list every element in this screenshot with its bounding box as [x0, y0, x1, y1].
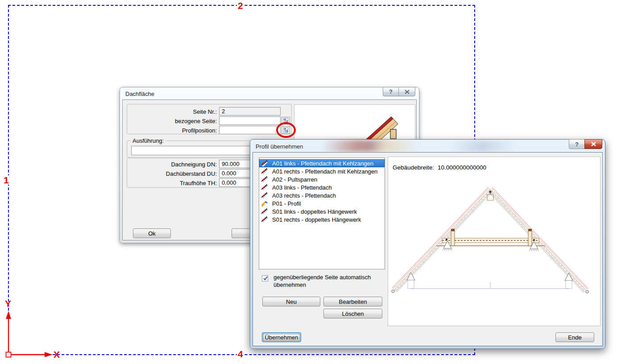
profile-list-item[interactable]: P01 - Profil [259, 199, 385, 207]
profile-list-item[interactable]: S01 rechts - doppeltes Hängewerk [259, 215, 385, 223]
help-button[interactable]: ? [569, 139, 584, 149]
mirror-side-checkbox-label: gegenüberliegende Seite automatisch über… [273, 273, 371, 289]
dachueberstand-label: Dachüberstand DU: [127, 170, 217, 177]
close-button[interactable] [398, 87, 415, 96]
profil-titlebar[interactable]: Profil übernehmen [250, 140, 605, 152]
help-icon: ? [575, 141, 579, 148]
help-button[interactable]: ? [383, 87, 398, 96]
origin-axis-icon [0, 292, 80, 364]
titlebar-glass-reflection-2 [442, 141, 522, 152]
roof-truss-drawing [388, 173, 600, 326]
profile-list-item[interactable]: A02 - Pultsparren [259, 175, 385, 183]
profil-uebernehmen-dialog: Profil übernehmen ? [250, 139, 605, 349]
x-axis-label: X [54, 349, 60, 360]
profilposition-field[interactable] [219, 126, 281, 134]
bearbeiten-button[interactable]: Bearbeiten [323, 297, 382, 306]
dachflaeche-titlebar[interactable]: Dachfläche [120, 87, 419, 99]
truss-icon [261, 216, 268, 223]
side-marker-2: 2 [237, 1, 244, 10]
profile-listbox: A01 links - Pfettendach mit Kehlzangen A… [259, 157, 385, 269]
close-button[interactable] [584, 139, 602, 149]
profil-title: Profil übernehmen [256, 143, 303, 150]
profile-preview-panel: Gebäudebreite:10.000000000000 [388, 157, 600, 326]
side-marker-1: 1 [3, 175, 10, 185]
gebaeudebreite-label: Gebäudebreite: [393, 164, 434, 171]
seite-nr-field[interactable] [219, 107, 281, 116]
profilposition-highlight-circle [276, 122, 296, 138]
close-icon [405, 90, 410, 94]
bezogene-seite-label: bezogene Seite: [127, 118, 217, 124]
seite-nr-label: Seite Nr.: [127, 108, 217, 115]
gebaeudebreite-line: Gebäudebreite:10.000000000000 [393, 164, 486, 171]
mirror-side-checkbox[interactable] [262, 275, 268, 281]
y-axis-label: Y [5, 298, 11, 309]
help-icon: ? [389, 88, 393, 95]
truss-icon [261, 192, 268, 199]
ausfuehrung-label: Ausführung: [131, 137, 166, 144]
cad-drawing-canvas[interactable]: 2 1 4 Y X Dachfläche ? Seite Nr [0, 0, 617, 364]
profilposition-label: Profilposition: [127, 127, 217, 134]
titlebar-glass-reflection [307, 140, 437, 152]
truss-icon [261, 176, 268, 183]
checkbox-checked-icon [262, 275, 269, 281]
neu-button[interactable]: Neu [262, 297, 320, 306]
ende-button[interactable]: Ende [555, 332, 594, 342]
ok-button[interactable]: Ok [133, 228, 171, 238]
uebernehmen-button[interactable]: Übernehmen [262, 332, 301, 342]
truss-icon [261, 184, 268, 191]
truss-icon [261, 208, 268, 215]
profile-list-item[interactable]: A01 rechts - Pfettendach mit Kehlzangen [259, 167, 385, 175]
close-icon [591, 142, 596, 146]
profil-client-area: A01 links - Pfettendach mit Kehlzangen A… [253, 152, 603, 346]
profile-icon [261, 200, 268, 207]
traufhoehe-label: Traufhöhe TH: [127, 180, 217, 186]
truss-icon [261, 160, 268, 167]
bezogene-seite-field[interactable] [219, 116, 281, 125]
profile-list-item[interactable]: A03 rechts - Pfettendach [259, 191, 385, 199]
loeschen-button[interactable]: Löschen [323, 309, 382, 318]
gebaeudebreite-value: 10.000000000000 [438, 164, 486, 171]
dachflaeche-title: Dachfläche [125, 91, 154, 97]
profile-list-item[interactable]: A01 links - Pfettendach mit Kehlzangen [259, 159, 385, 167]
truss-icon [261, 168, 268, 175]
profile-list-item[interactable]: S01 links - doppeltes Hängewerk [259, 207, 385, 215]
side-marker-4: 4 [237, 349, 244, 359]
profile-list-item[interactable]: A03 links - Pfettendach [259, 183, 385, 191]
dachneigung-label: Dachneigung DN: [127, 161, 217, 168]
